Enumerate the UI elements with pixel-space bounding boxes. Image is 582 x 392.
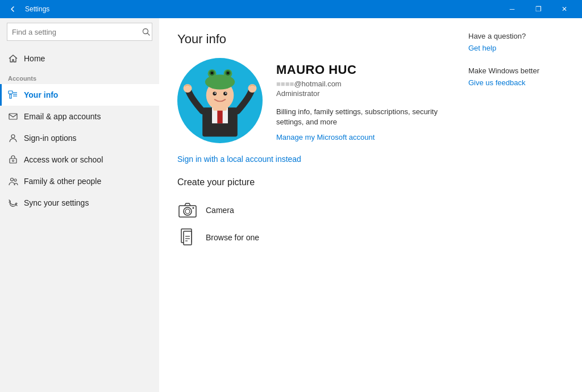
access-work-school-label: Access work or school — [24, 155, 103, 164]
family-icon — [8, 176, 18, 186]
svg-rect-3 — [10, 94, 11, 98]
camera-icon — [177, 200, 198, 220]
question-title: Have a question? — [468, 32, 571, 40]
svg-rect-23 — [207, 77, 234, 87]
create-picture-title: Create your picture — [177, 177, 439, 187]
your-info-label: Your info — [24, 90, 58, 99]
back-button[interactable] — [5, 1, 20, 17]
search-container — [7, 23, 152, 41]
sidebar-item-home[interactable]: Home — [0, 48, 159, 69]
svg-line-1 — [148, 34, 150, 36]
home-icon — [8, 53, 18, 64]
billing-text: Billing info, family settings, subscript… — [276, 107, 439, 127]
help-section: Have a question? Get help — [468, 32, 571, 53]
sidebar-section-accounts: Accounts — [0, 69, 159, 84]
svg-point-18 — [213, 92, 217, 96]
camera-label: Camera — [206, 206, 234, 215]
search-input[interactable] — [7, 23, 152, 41]
svg-rect-15 — [217, 109, 222, 123]
browse-label: Browse for one — [206, 233, 259, 242]
close-button[interactable]: ✕ — [551, 0, 577, 18]
manage-account-link[interactable]: Manage my Microsoft account — [276, 133, 375, 141]
svg-point-31 — [248, 84, 256, 93]
sidebar-item-email-app-accounts[interactable]: Email & app accounts — [0, 106, 159, 127]
work-icon — [8, 155, 18, 165]
profile-name: MAURO HUC — [276, 62, 439, 77]
svg-point-33 — [184, 207, 192, 215]
titlebar-title: Settings — [25, 5, 499, 13]
sidebar-item-access-work-school[interactable]: Access work or school — [0, 149, 159, 170]
svg-point-34 — [185, 209, 190, 214]
minimize-button[interactable]: ─ — [499, 0, 525, 18]
home-label: Home — [24, 54, 45, 63]
svg-rect-37 — [184, 231, 192, 245]
sidebar-item-sign-in-options[interactable]: Sign-in options — [0, 127, 159, 149]
sidebar-item-your-info[interactable]: Your info — [0, 84, 159, 106]
svg-point-29 — [227, 72, 230, 74]
profile-email: ■■■■@hotmail.com — [276, 80, 439, 88]
feedback-section: Make Windows better Give us feedback — [468, 66, 571, 87]
get-help-link[interactable]: Get help — [468, 44, 496, 52]
profile-section: MAURO HUC ■■■■@hotmail.com Administrator… — [177, 58, 439, 143]
sidebar-item-family-other[interactable]: Family & other people — [0, 170, 159, 192]
titlebar: Settings ─ ❐ ✕ — [0, 0, 582, 18]
browse-option[interactable]: Browse for one — [177, 224, 439, 251]
right-panel: Have a question? Get help Make Windows b… — [457, 18, 582, 392]
page-title: Your info — [177, 32, 439, 47]
sidebar-item-sync-settings[interactable]: Sync your settings — [0, 192, 159, 214]
profile-role: Administrator — [276, 89, 439, 98]
family-other-label: Family & other people — [24, 177, 101, 186]
restore-button[interactable]: ❐ — [525, 0, 551, 18]
svg-point-11 — [11, 178, 14, 181]
local-account-link[interactable]: Sign in with a local account instead — [177, 155, 439, 164]
camera-option[interactable]: Camera — [177, 197, 439, 224]
avatar — [177, 58, 263, 143]
email-app-accounts-label: Email & app accounts — [24, 112, 101, 121]
sidebar: Home Accounts Your info — [0, 18, 159, 392]
search-icon[interactable] — [142, 28, 150, 36]
your-info-icon — [8, 90, 18, 100]
window-controls: ─ ❐ ✕ — [499, 0, 577, 18]
main-container: Home Accounts Your info — [0, 18, 582, 392]
svg-point-19 — [223, 92, 227, 96]
svg-point-20 — [214, 93, 215, 94]
email-suffix: @hotmail.com — [294, 80, 341, 88]
svg-rect-9 — [10, 159, 16, 163]
browse-icon — [177, 227, 198, 248]
sync-icon — [8, 198, 18, 208]
svg-point-30 — [184, 84, 192, 93]
sign-in-icon — [8, 133, 18, 143]
email-icon — [8, 111, 18, 122]
svg-rect-7 — [9, 114, 17, 119]
make-windows-title: Make Windows better — [468, 66, 571, 75]
svg-point-10 — [13, 160, 14, 162]
svg-point-28 — [211, 72, 214, 74]
svg-point-8 — [11, 135, 15, 138]
svg-point-12 — [14, 179, 16, 181]
profile-info: MAURO HUC ■■■■@hotmail.com Administrator… — [276, 58, 439, 142]
content-area: Your info — [159, 18, 457, 392]
email-prefix: ■■■■ — [276, 80, 294, 88]
sync-settings-label: Sync your settings — [24, 198, 89, 207]
svg-point-35 — [193, 207, 194, 209]
svg-point-21 — [225, 93, 226, 94]
svg-rect-2 — [9, 91, 13, 94]
feedback-link[interactable]: Give us feedback — [468, 78, 525, 87]
sign-in-options-label: Sign-in options — [24, 134, 77, 143]
